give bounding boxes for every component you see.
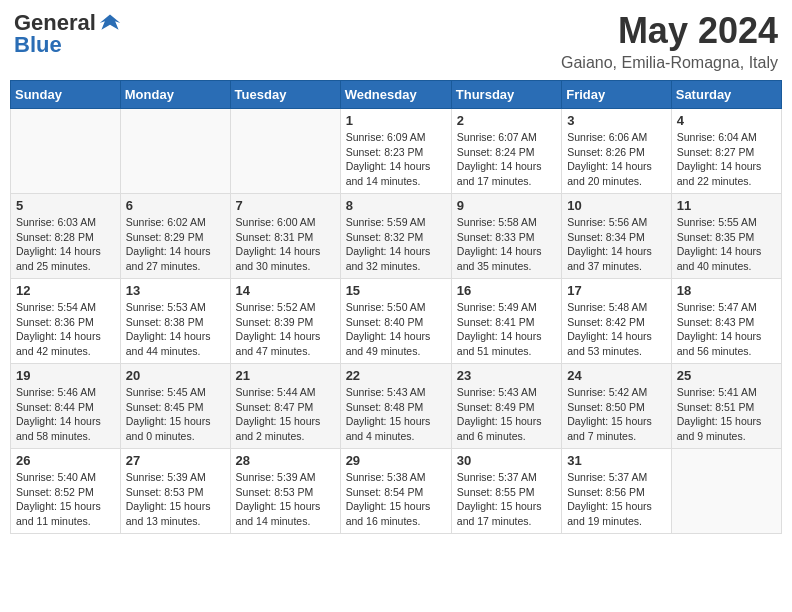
day-of-week-header: Friday (562, 81, 672, 109)
calendar-day-cell (671, 449, 781, 534)
day-number: 16 (457, 283, 556, 298)
day-info: Sunrise: 6:04 AM Sunset: 8:27 PM Dayligh… (677, 130, 776, 189)
calendar-day-cell: 25Sunrise: 5:41 AM Sunset: 8:51 PM Dayli… (671, 364, 781, 449)
day-number: 8 (346, 198, 446, 213)
location-title: Gaiano, Emilia-Romagna, Italy (561, 54, 778, 72)
calendar-day-cell: 31Sunrise: 5:37 AM Sunset: 8:56 PM Dayli… (562, 449, 672, 534)
day-info: Sunrise: 6:03 AM Sunset: 8:28 PM Dayligh… (16, 215, 115, 274)
calendar-header-row: SundayMondayTuesdayWednesdayThursdayFrid… (11, 81, 782, 109)
day-info: Sunrise: 5:43 AM Sunset: 8:48 PM Dayligh… (346, 385, 446, 444)
day-info: Sunrise: 5:48 AM Sunset: 8:42 PM Dayligh… (567, 300, 666, 359)
day-info: Sunrise: 5:37 AM Sunset: 8:56 PM Dayligh… (567, 470, 666, 529)
calendar-day-cell: 30Sunrise: 5:37 AM Sunset: 8:55 PM Dayli… (451, 449, 561, 534)
day-number: 30 (457, 453, 556, 468)
day-number: 5 (16, 198, 115, 213)
calendar-day-cell: 14Sunrise: 5:52 AM Sunset: 8:39 PM Dayli… (230, 279, 340, 364)
calendar-day-cell: 23Sunrise: 5:43 AM Sunset: 8:49 PM Dayli… (451, 364, 561, 449)
day-info: Sunrise: 5:39 AM Sunset: 8:53 PM Dayligh… (126, 470, 225, 529)
day-number: 28 (236, 453, 335, 468)
day-info: Sunrise: 5:42 AM Sunset: 8:50 PM Dayligh… (567, 385, 666, 444)
day-number: 12 (16, 283, 115, 298)
logo: General Blue (14, 10, 122, 58)
day-number: 7 (236, 198, 335, 213)
day-info: Sunrise: 5:44 AM Sunset: 8:47 PM Dayligh… (236, 385, 335, 444)
day-number: 19 (16, 368, 115, 383)
day-of-week-header: Saturday (671, 81, 781, 109)
day-info: Sunrise: 5:52 AM Sunset: 8:39 PM Dayligh… (236, 300, 335, 359)
calendar-day-cell: 2Sunrise: 6:07 AM Sunset: 8:24 PM Daylig… (451, 109, 561, 194)
day-number: 14 (236, 283, 335, 298)
calendar-day-cell: 19Sunrise: 5:46 AM Sunset: 8:44 PM Dayli… (11, 364, 121, 449)
day-info: Sunrise: 5:37 AM Sunset: 8:55 PM Dayligh… (457, 470, 556, 529)
calendar-week-row: 12Sunrise: 5:54 AM Sunset: 8:36 PM Dayli… (11, 279, 782, 364)
day-number: 3 (567, 113, 666, 128)
day-number: 11 (677, 198, 776, 213)
calendar-day-cell: 29Sunrise: 5:38 AM Sunset: 8:54 PM Dayli… (340, 449, 451, 534)
calendar-week-row: 19Sunrise: 5:46 AM Sunset: 8:44 PM Dayli… (11, 364, 782, 449)
day-number: 2 (457, 113, 556, 128)
calendar-day-cell: 20Sunrise: 5:45 AM Sunset: 8:45 PM Dayli… (120, 364, 230, 449)
calendar-day-cell: 15Sunrise: 5:50 AM Sunset: 8:40 PM Dayli… (340, 279, 451, 364)
day-info: Sunrise: 5:54 AM Sunset: 8:36 PM Dayligh… (16, 300, 115, 359)
calendar-day-cell (120, 109, 230, 194)
calendar-day-cell: 9Sunrise: 5:58 AM Sunset: 8:33 PM Daylig… (451, 194, 561, 279)
logo-blue-text: Blue (14, 32, 62, 58)
calendar-day-cell: 26Sunrise: 5:40 AM Sunset: 8:52 PM Dayli… (11, 449, 121, 534)
day-of-week-header: Wednesday (340, 81, 451, 109)
calendar-day-cell: 28Sunrise: 5:39 AM Sunset: 8:53 PM Dayli… (230, 449, 340, 534)
calendar-day-cell: 11Sunrise: 5:55 AM Sunset: 8:35 PM Dayli… (671, 194, 781, 279)
calendar-day-cell: 17Sunrise: 5:48 AM Sunset: 8:42 PM Dayli… (562, 279, 672, 364)
calendar-week-row: 1Sunrise: 6:09 AM Sunset: 8:23 PM Daylig… (11, 109, 782, 194)
day-number: 31 (567, 453, 666, 468)
day-number: 13 (126, 283, 225, 298)
day-info: Sunrise: 5:55 AM Sunset: 8:35 PM Dayligh… (677, 215, 776, 274)
day-number: 20 (126, 368, 225, 383)
svg-marker-0 (100, 14, 121, 29)
calendar-day-cell (230, 109, 340, 194)
day-info: Sunrise: 5:56 AM Sunset: 8:34 PM Dayligh… (567, 215, 666, 274)
calendar-day-cell: 21Sunrise: 5:44 AM Sunset: 8:47 PM Dayli… (230, 364, 340, 449)
title-block: May 2024 Gaiano, Emilia-Romagna, Italy (561, 10, 778, 72)
day-number: 23 (457, 368, 556, 383)
day-of-week-header: Thursday (451, 81, 561, 109)
day-number: 6 (126, 198, 225, 213)
calendar-day-cell: 7Sunrise: 6:00 AM Sunset: 8:31 PM Daylig… (230, 194, 340, 279)
day-of-week-header: Monday (120, 81, 230, 109)
day-info: Sunrise: 5:58 AM Sunset: 8:33 PM Dayligh… (457, 215, 556, 274)
calendar-day-cell: 3Sunrise: 6:06 AM Sunset: 8:26 PM Daylig… (562, 109, 672, 194)
day-number: 15 (346, 283, 446, 298)
day-number: 21 (236, 368, 335, 383)
day-number: 29 (346, 453, 446, 468)
calendar-week-row: 5Sunrise: 6:03 AM Sunset: 8:28 PM Daylig… (11, 194, 782, 279)
day-number: 18 (677, 283, 776, 298)
day-info: Sunrise: 5:43 AM Sunset: 8:49 PM Dayligh… (457, 385, 556, 444)
calendar-day-cell: 18Sunrise: 5:47 AM Sunset: 8:43 PM Dayli… (671, 279, 781, 364)
day-info: Sunrise: 5:40 AM Sunset: 8:52 PM Dayligh… (16, 470, 115, 529)
day-number: 24 (567, 368, 666, 383)
day-info: Sunrise: 5:47 AM Sunset: 8:43 PM Dayligh… (677, 300, 776, 359)
calendar-week-row: 26Sunrise: 5:40 AM Sunset: 8:52 PM Dayli… (11, 449, 782, 534)
day-number: 9 (457, 198, 556, 213)
day-of-week-header: Tuesday (230, 81, 340, 109)
logo-bird-icon (98, 11, 122, 35)
calendar-day-cell: 4Sunrise: 6:04 AM Sunset: 8:27 PM Daylig… (671, 109, 781, 194)
calendar-day-cell: 16Sunrise: 5:49 AM Sunset: 8:41 PM Dayli… (451, 279, 561, 364)
day-info: Sunrise: 5:50 AM Sunset: 8:40 PM Dayligh… (346, 300, 446, 359)
calendar-day-cell: 1Sunrise: 6:09 AM Sunset: 8:23 PM Daylig… (340, 109, 451, 194)
day-number: 27 (126, 453, 225, 468)
day-info: Sunrise: 6:09 AM Sunset: 8:23 PM Dayligh… (346, 130, 446, 189)
day-info: Sunrise: 5:53 AM Sunset: 8:38 PM Dayligh… (126, 300, 225, 359)
calendar-day-cell: 5Sunrise: 6:03 AM Sunset: 8:28 PM Daylig… (11, 194, 121, 279)
day-info: Sunrise: 5:46 AM Sunset: 8:44 PM Dayligh… (16, 385, 115, 444)
day-number: 17 (567, 283, 666, 298)
calendar-day-cell: 10Sunrise: 5:56 AM Sunset: 8:34 PM Dayli… (562, 194, 672, 279)
calendar-day-cell: 27Sunrise: 5:39 AM Sunset: 8:53 PM Dayli… (120, 449, 230, 534)
month-title: May 2024 (561, 10, 778, 52)
day-number: 10 (567, 198, 666, 213)
day-number: 1 (346, 113, 446, 128)
day-number: 25 (677, 368, 776, 383)
day-info: Sunrise: 6:07 AM Sunset: 8:24 PM Dayligh… (457, 130, 556, 189)
day-number: 26 (16, 453, 115, 468)
day-info: Sunrise: 5:49 AM Sunset: 8:41 PM Dayligh… (457, 300, 556, 359)
page-header: General Blue May 2024 Gaiano, Emilia-Rom… (10, 10, 782, 72)
